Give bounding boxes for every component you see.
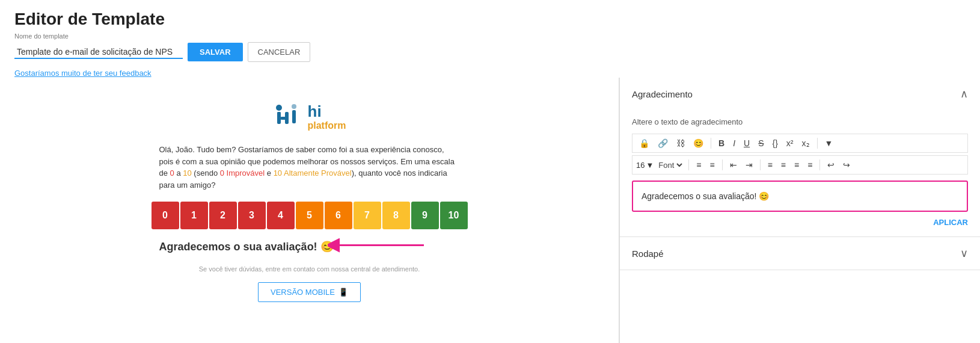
align-justify-btn[interactable]: ≡ [804,158,815,172]
page-title: Editor de Template [14,10,966,29]
header: Editor de Template Nome do template SALV… [0,0,980,78]
nps-box-1[interactable]: 1 [180,202,208,229]
preview-inner: hi platform Olá, João. Tudo bem? Gostarí… [0,78,619,314]
right-panel: Agradecimento ∧ Altere o texto de agrade… [619,78,980,343]
nps-box-8[interactable]: 8 [382,202,410,229]
svg-rect-6 [292,110,296,123]
font-family-select[interactable]: Font [656,160,684,170]
font-size-dropdown-icon: ▼ [646,161,654,170]
mobile-icon: 📱 [338,288,348,297]
footer-text: Se você tiver dúvidas, entre em contato … [24,265,595,273]
editable-text: Agradecemos o sua avaliação! 😊 [642,191,769,201]
toolbar-row-1: 🔒 🔗 ⛓ 😊 B I U S {} x² x₂ [632,134,968,153]
rodape-header[interactable]: Rodapé ∨ [620,237,980,270]
nps-box-10[interactable]: 10 [440,202,468,229]
nps-box-2[interactable]: 2 [209,202,237,229]
align-right-btn[interactable]: ≡ [791,158,802,172]
bold-btn[interactable]: B [715,137,727,150]
main-content: hi platform Olá, João. Tudo bem? Gostarí… [0,78,980,343]
header-controls: SALVAR CANCELAR [14,42,966,62]
zero-label: 0 [170,168,174,178]
unlink-icon-btn[interactable]: ⛓ [673,137,688,150]
nps-box-9[interactable]: 9 [411,202,439,229]
align-left-btn[interactable]: ≡ [765,158,776,172]
preview-panel: hi platform Olá, João. Tudo bem? Gostarí… [0,78,619,343]
redo-btn[interactable]: ↪ [840,158,853,172]
logo-platform: platform [308,120,346,131]
undo-btn[interactable]: ↩ [824,158,838,172]
agradecimento-section: Agradecimento ∧ Altere o texto de agrade… [620,78,980,237]
toolbar-sep-4 [722,159,723,170]
logo-text: hi platform [308,103,346,131]
nps-box-7[interactable]: 7 [354,202,381,229]
more-options-btn[interactable]: ▼ [822,137,836,150]
nps-scale: 012345678910 [24,202,595,229]
toolbar-sep-2 [817,138,818,149]
thank-you-text: Agradecemos o sua avaliação! 😊 [159,240,460,253]
rodape-section: Rodapé ∨ [620,237,980,270]
nps-box-4[interactable]: 4 [267,202,295,229]
toolbar-sep-3 [688,159,689,170]
toolbar-sep-6 [819,159,820,170]
svg-point-5 [292,104,296,109]
emoji-icon-btn[interactable]: 😊 [690,137,706,150]
ordered-list-btn[interactable]: ≡ [707,158,718,172]
feedback-link[interactable]: Gostaríamos muito de ter seu feedback [14,69,152,78]
agradecimento-title: Agradecimento [632,89,693,99]
logo-hi: hi [308,103,322,120]
save-button[interactable]: SALVAR [188,43,243,61]
subscript-btn[interactable]: x₂ [799,137,813,150]
strikethrough-btn[interactable]: S [755,137,767,150]
agradecimento-body: Altere o texto de agradecimento 🔒 🔗 ⛓ 😊 … [620,110,980,236]
logo-area: hi platform [24,102,595,132]
svg-rect-4 [281,117,289,120]
page-container: Editor de Template Nome do template SALV… [0,0,980,343]
altamente-label: 10 Altamente Provável [274,168,352,178]
superscript-btn[interactable]: x² [783,137,797,150]
underline-btn[interactable]: U [741,137,753,150]
mobile-btn-label: VERSÃO MOBILE [271,288,335,297]
align-center-btn[interactable]: ≡ [778,158,789,172]
template-name-input[interactable] [14,46,183,59]
section-subtitle: Altere o texto de agradecimento [632,117,968,126]
mobile-version-button[interactable]: VERSÃO MOBILE 📱 [258,282,361,302]
rodape-title: Rodapé [632,249,664,259]
arrow-indicator [328,233,424,261]
ten-label: 10 [183,168,191,178]
hi-logo-icon [273,102,303,132]
toolbar-sep-1 [711,138,711,149]
nps-box-0[interactable]: 0 [152,202,179,229]
improvavel-label: 0 Improvável [220,168,265,178]
link-icon-btn[interactable]: 🔗 [655,137,671,150]
chevron-up-icon: ∧ [960,87,968,100]
chevron-down-icon: ∨ [960,247,968,260]
code-btn[interactable]: {} [769,137,780,150]
apply-button[interactable]: APLICAR [933,218,968,227]
email-body-text: Olá, João. Tudo bem? Gostaríamos de sabe… [159,144,460,191]
font-size-value: 16 [636,161,645,170]
indent-btn[interactable]: ⇥ [743,158,756,172]
toolbar-sep-5 [760,159,761,170]
unordered-list-btn[interactable]: ≡ [693,158,704,172]
editor-toolbar: 🔒 🔗 ⛓ 😊 B I U S {} x² x₂ [632,134,968,175]
nps-box-6[interactable]: 6 [325,202,352,229]
lock-icon-btn[interactable]: 🔒 [636,137,652,150]
font-size-box: 16 ▼ [636,161,654,170]
template-name-label: Nome do template [14,32,966,40]
toolbar-row-2: 16 ▼ Font ≡ ≡ ⇤ ⇥ [632,155,968,175]
svg-rect-2 [277,112,281,117]
nps-box-3[interactable]: 3 [238,202,266,229]
outdent-btn[interactable]: ⇤ [727,158,740,172]
nps-box-5[interactable]: 5 [296,202,323,229]
editable-area[interactable]: Agradecemos o sua avaliação! 😊 [632,181,968,212]
italic-btn[interactable]: I [730,137,738,150]
cancel-button[interactable]: CANCELAR [248,42,311,62]
agradecimento-header[interactable]: Agradecimento ∧ [620,78,980,110]
svg-point-0 [276,105,282,111]
